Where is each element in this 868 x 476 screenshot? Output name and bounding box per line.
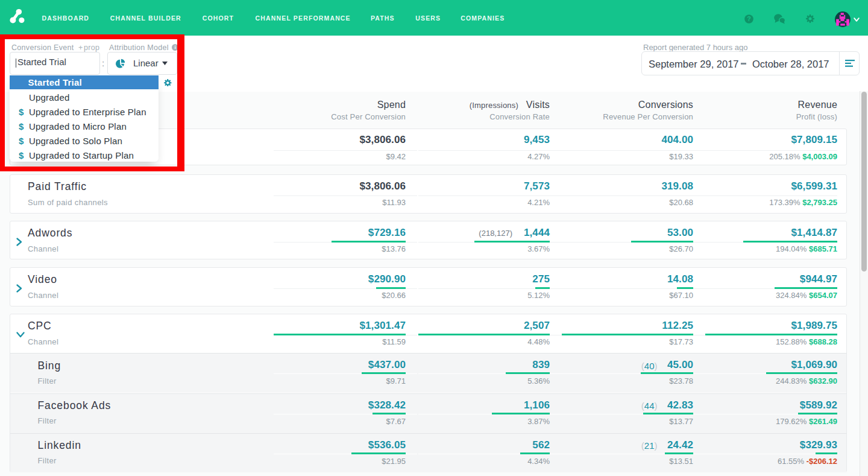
svg-text:?: ?	[747, 15, 751, 22]
